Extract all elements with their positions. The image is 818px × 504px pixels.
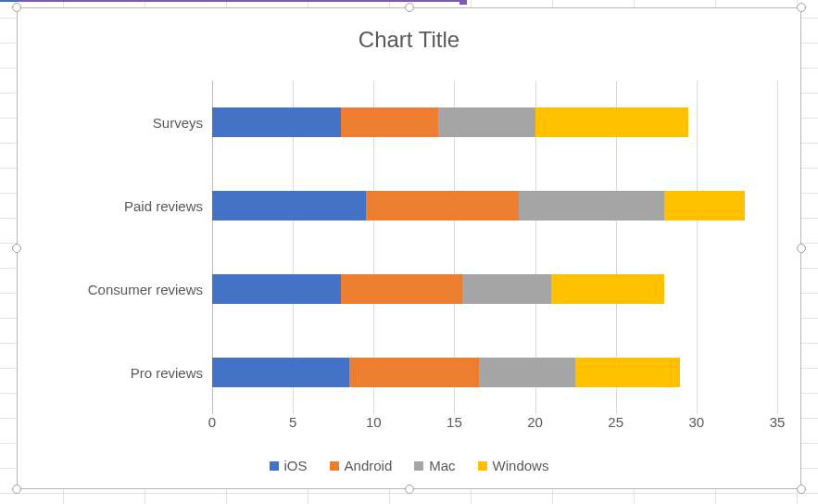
- bar-group[interactable]: [212, 107, 688, 137]
- bar-segment-mac[interactable]: [519, 191, 664, 220]
- legend-item-mac[interactable]: Mac: [414, 458, 455, 473]
- resize-handle-n[interactable]: [405, 3, 414, 12]
- x-tick-label: 15: [447, 414, 462, 430]
- bar-segment-mac[interactable]: [438, 107, 535, 137]
- plot-area[interactable]: [212, 81, 777, 414]
- bar-segment-ios[interactable]: [212, 191, 366, 220]
- bar-segment-mac[interactable]: [479, 358, 576, 387]
- bar-group[interactable]: [212, 274, 664, 304]
- chart-title[interactable]: Chart Title: [18, 27, 800, 53]
- bar-segment-windows[interactable]: [535, 107, 689, 137]
- y-tick-label: Surveys: [18, 115, 203, 131]
- legend-item-android[interactable]: Android: [330, 458, 393, 473]
- x-axis-labels: 05101520253035: [212, 414, 777, 436]
- y-tick-label: Paid reviews: [18, 198, 203, 214]
- x-tick-label: 35: [770, 414, 786, 430]
- bars-layer: [212, 81, 777, 414]
- bar-segment-windows[interactable]: [551, 274, 664, 304]
- bar-segment-ios[interactable]: [212, 107, 341, 137]
- x-tick-label: 30: [689, 414, 705, 430]
- bar-group[interactable]: [212, 191, 745, 220]
- chart-object[interactable]: Chart Title SurveysPaid reviewsConsumer …: [17, 7, 801, 489]
- legend-item-windows[interactable]: Windows: [478, 458, 549, 473]
- bar-segment-windows[interactable]: [664, 191, 745, 220]
- x-tick-label: 10: [366, 414, 382, 430]
- legend-item-ios[interactable]: iOS: [270, 458, 308, 473]
- x-tick-label: 20: [527, 414, 543, 430]
- legend[interactable]: iOSAndroidMacWindows: [18, 458, 800, 473]
- y-axis-labels: SurveysPaid reviewsConsumer reviewsPro r…: [18, 81, 203, 414]
- sheet-selection-marker: [0, 0, 19, 2]
- legend-label: Windows: [493, 458, 549, 473]
- resize-handle-e[interactable]: [797, 244, 806, 253]
- bar-group[interactable]: [212, 358, 680, 387]
- bar-segment-android[interactable]: [366, 191, 520, 220]
- legend-label: Android: [345, 458, 393, 473]
- resize-handle-sw[interactable]: [12, 485, 21, 494]
- legend-label: iOS: [284, 458, 308, 473]
- resize-handle-se[interactable]: [797, 485, 806, 494]
- gridline: [777, 81, 778, 414]
- resize-handle-nw[interactable]: [12, 3, 21, 12]
- bar-segment-android[interactable]: [341, 107, 438, 137]
- bar-segment-ios[interactable]: [212, 358, 349, 387]
- legend-swatch: [414, 461, 423, 471]
- x-tick-label: 0: [208, 414, 216, 430]
- bar-segment-ios[interactable]: [212, 274, 341, 304]
- resize-handle-ne[interactable]: [797, 3, 806, 12]
- sheet-selection-marker: [19, 0, 463, 2]
- x-tick-label: 25: [608, 414, 623, 430]
- legend-swatch: [478, 461, 487, 471]
- resize-handle-s[interactable]: [405, 485, 414, 494]
- bar-segment-android[interactable]: [349, 358, 478, 387]
- legend-swatch: [330, 461, 339, 471]
- y-tick-label: Pro reviews: [18, 365, 203, 381]
- bar-segment-mac[interactable]: [462, 274, 551, 304]
- bar-segment-windows[interactable]: [575, 358, 680, 387]
- legend-label: Mac: [429, 458, 455, 473]
- x-tick-label: 5: [289, 414, 296, 430]
- legend-swatch: [270, 461, 279, 471]
- bar-segment-android[interactable]: [341, 274, 462, 304]
- y-tick-label: Consumer reviews: [18, 282, 203, 297]
